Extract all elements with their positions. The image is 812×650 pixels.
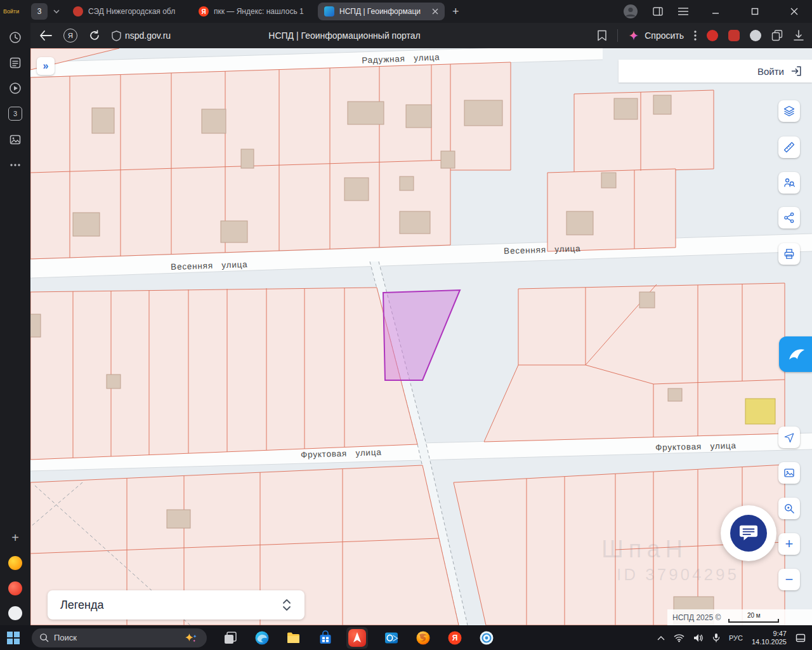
microphone-icon[interactable]: [712, 633, 720, 642]
basemap-image-icon: [783, 467, 796, 479]
hidden-icons-chevron[interactable]: [657, 635, 665, 640]
edge-icon[interactable]: [254, 630, 270, 646]
chat-assistant-button[interactable]: [721, 505, 776, 561]
object-search-button[interactable]: [778, 172, 800, 194]
map-scale-chip: НСПД 2025 © 20 м: [667, 609, 812, 625]
sidebar-add-button[interactable]: +: [8, 531, 22, 545]
language-indicator[interactable]: РУС: [729, 634, 743, 642]
tab-title: НСПД | Геоинформаци: [339, 7, 427, 16]
yandex-home-button[interactable]: Я: [63, 29, 77, 43]
more-dots-icon[interactable]: [8, 158, 22, 172]
tab-sed[interactable]: СЭД Нижегородская обл: [67, 3, 188, 20]
history-icon[interactable]: [8, 30, 22, 44]
tab-yandex-search[interactable]: Я пкк — Яндекс: нашлось 1: [192, 3, 314, 20]
windows-taskbar: Поиск: [0, 625, 812, 650]
start-button[interactable]: [6, 631, 20, 645]
wifi-icon[interactable]: [674, 633, 684, 642]
cadastral-map-layer: Радужная улица Весенняя улица Весенняя у…: [30, 48, 812, 625]
tabs-counter-badge[interactable]: 3: [8, 107, 22, 121]
legend-expand-icon[interactable]: [282, 598, 292, 612]
map-canvas[interactable]: Радужная улица Весенняя улица Весенняя у…: [30, 48, 812, 625]
watermark-text: ШпаН: [601, 536, 688, 562]
scale-bracket: [728, 619, 779, 623]
search-icon: [39, 633, 49, 642]
bookmark-icon[interactable]: [597, 30, 607, 41]
back-button[interactable]: [39, 30, 52, 41]
tab-title: пкк — Яндекс: нашлось 1: [214, 7, 308, 16]
volume-icon[interactable]: [693, 633, 704, 642]
desktop: Войти 3 СЭД Нижегородская обл Я пкк — Ян…: [0, 0, 812, 650]
yandex-browser-icon[interactable]: [346, 627, 368, 649]
legend-panel[interactable]: Легенда: [48, 590, 304, 620]
extension-gray-icon[interactable]: [750, 30, 761, 41]
app-icon-light-blue[interactable]: [478, 630, 495, 646]
panel-collapse-button[interactable]: »: [37, 57, 55, 75]
tab-close-icon[interactable]: [432, 8, 438, 15]
yandex-music-icon[interactable]: [8, 556, 22, 570]
tab-counter-button[interactable]: 3: [31, 3, 48, 20]
task-view-icon[interactable]: [222, 630, 239, 646]
notification-icon[interactable]: [796, 633, 806, 643]
yellow-parcel[interactable]: [745, 399, 775, 424]
tab-title: СЭД Нижегородская обл: [88, 7, 182, 16]
avatar[interactable]: [623, 4, 638, 19]
downloads-icon[interactable]: [793, 30, 804, 41]
ruler-icon: [783, 141, 796, 154]
print-button[interactable]: [778, 243, 800, 265]
zoom-in-button[interactable]: +: [778, 533, 800, 555]
taskbar-search[interactable]: Поиск: [32, 628, 207, 647]
file-explorer-icon[interactable]: [285, 630, 302, 646]
outlook-icon[interactable]: [383, 630, 400, 646]
basemap-button[interactable]: [778, 462, 800, 484]
new-tab-button[interactable]: +: [452, 5, 459, 18]
window-maximize-button[interactable]: [742, 8, 768, 15]
menu-icon[interactable]: [678, 7, 689, 16]
window-close-button[interactable]: [782, 8, 807, 15]
scale-bar: 20 м: [728, 613, 779, 623]
extension-red-square-icon[interactable]: [728, 30, 740, 41]
ask-alice-button[interactable]: Спросить: [628, 30, 684, 41]
kebab-menu-icon[interactable]: [694, 30, 697, 41]
store-icon[interactable]: [317, 630, 334, 646]
tab-list-chevron-icon[interactable]: [53, 8, 60, 15]
tab-nspd-active[interactable]: НСПД | Геоинформаци: [318, 3, 445, 20]
white-app-icon[interactable]: [8, 606, 22, 620]
window-minimize-button[interactable]: [703, 8, 728, 15]
measure-button[interactable]: [778, 136, 800, 158]
address-bar[interactable]: nspd.gov.ru: [112, 30, 171, 41]
map-search-icon: [783, 502, 796, 515]
layers-button[interactable]: [778, 100, 800, 122]
toolbar-divider: [617, 29, 618, 42]
scale-label: 20 м: [747, 613, 761, 619]
system-tray: РУС 9:47 14.10.2025: [657, 630, 812, 646]
yandex-app-icon[interactable]: Я: [447, 630, 463, 646]
browser-tab-bar: Войти 3 СЭД Нижегородская обл Я пкк — Ян…: [0, 0, 812, 23]
watermark-id: ID 37904295: [617, 565, 739, 584]
search-on-map-button[interactable]: [778, 498, 800, 519]
my-location-button[interactable]: [778, 427, 800, 448]
side-panel-icon[interactable]: [652, 6, 664, 17]
notes-icon[interactable]: [8, 56, 22, 70]
portal-login-bar[interactable]: Войти: [619, 60, 812, 83]
extension-red-shield-icon[interactable]: [707, 30, 718, 41]
sidebar-login-badge[interactable]: Войти: [3, 8, 26, 15]
refresh-button[interactable]: [89, 30, 100, 41]
page-title: НСПД | Геоинформационный портал: [268, 30, 420, 41]
feedback-side-tab[interactable]: [779, 336, 812, 372]
firefox-icon[interactable]: [415, 630, 431, 646]
taskbar-clock[interactable]: 9:47 14.10.2025: [752, 630, 787, 646]
play-icon[interactable]: [8, 81, 22, 95]
zoom-out-button[interactable]: −: [778, 569, 800, 590]
alice-app-icon[interactable]: [8, 581, 22, 595]
map-attribution: НСПД 2025 ©: [672, 613, 721, 622]
ask-label: Спросить: [645, 30, 684, 41]
search-label: Поиск: [54, 633, 77, 642]
layers-icon: [783, 105, 796, 117]
copilot-sparkles-icon[interactable]: [183, 632, 199, 644]
images-icon[interactable]: [8, 133, 22, 147]
alice-spark-icon: [628, 30, 639, 41]
person-search-icon: [783, 176, 796, 189]
collections-icon[interactable]: [771, 30, 783, 41]
site-security-shield-icon[interactable]: [112, 30, 121, 41]
share-button[interactable]: [778, 207, 800, 229]
